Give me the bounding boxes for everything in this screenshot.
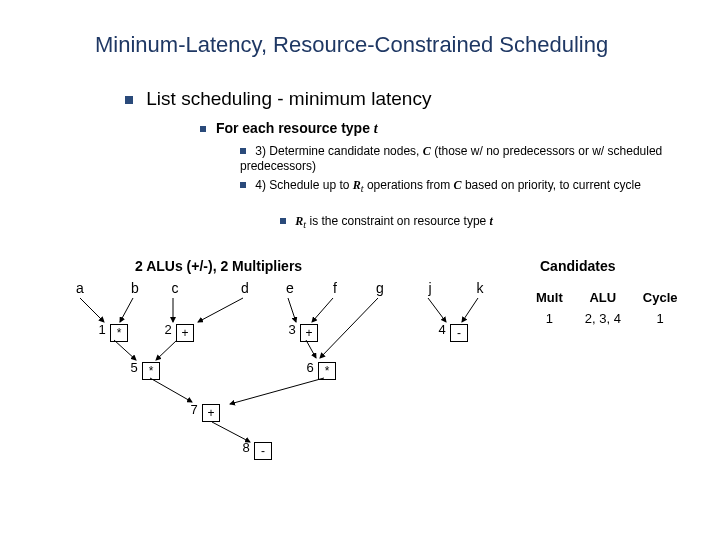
svg-line-6: [320, 298, 378, 358]
var-c: C: [423, 144, 431, 158]
svg-line-5: [312, 298, 333, 322]
graph-edges: [70, 280, 500, 520]
table-header-row: Mult ALU Cycle: [526, 288, 688, 307]
node-3-op: +: [300, 324, 318, 342]
table-row: 1 2, 3, 4 1: [526, 309, 688, 328]
node-7-op: +: [202, 404, 220, 422]
var-c2: C: [454, 178, 462, 192]
l2-text: For each resource type: [216, 120, 374, 136]
dependency-graph: a b c d e f g j k 1: [70, 280, 500, 520]
bullet-level2: For each resource type t: [200, 120, 378, 137]
var-r: R: [353, 178, 361, 192]
svg-line-7: [428, 298, 446, 322]
col-mult: Mult: [526, 288, 573, 307]
bullet-level3-b: 4) Schedule up to Rt operations from C b…: [240, 178, 670, 196]
l3b-rest: based on priority, to current cycle: [462, 178, 641, 192]
svg-line-14: [212, 422, 250, 442]
svg-line-3: [198, 298, 243, 322]
square-bullet-icon: [200, 126, 206, 132]
svg-line-4: [288, 298, 296, 322]
l4-mid: is the constraint on resource type: [306, 214, 489, 228]
bullet-level3-a: 3) Determine candidate nodes, C (those w…: [240, 144, 670, 174]
node-2-op: +: [176, 324, 194, 342]
svg-line-0: [80, 298, 104, 322]
col-alu: ALU: [575, 288, 631, 307]
col-cycle: Cycle: [633, 288, 688, 307]
slide-title: Mininum-Latency, Resource-Constrained Sc…: [95, 32, 608, 58]
candidates-label: Candidates: [540, 258, 615, 274]
h1-text: List scheduling - minimum latency: [146, 88, 431, 109]
l3b-pre: 4) Schedule up to: [255, 178, 352, 192]
node-5-op: *: [142, 362, 160, 380]
square-bullet-icon: [240, 148, 246, 154]
var-t: t: [374, 121, 378, 136]
bullet-level1: List scheduling - minimum latency: [125, 88, 431, 110]
node-1-op: *: [110, 324, 128, 342]
candidates-table: Mult ALU Cycle 1 2, 3, 4 1: [524, 286, 690, 330]
svg-line-9: [114, 340, 136, 360]
l3b-mid: operations from: [364, 178, 454, 192]
square-bullet-icon: [240, 182, 246, 188]
svg-line-12: [306, 340, 316, 358]
resources-label: 2 ALUs (+/-), 2 Multipliers: [135, 258, 302, 274]
var-t2: t: [490, 214, 493, 228]
square-bullet-icon: [125, 96, 133, 104]
square-bullet-icon: [280, 218, 286, 224]
bullet-level4: Rt is the constraint on resource type t: [280, 214, 670, 230]
svg-line-13: [230, 378, 324, 404]
cell-cycle: 1: [633, 309, 688, 328]
node-4-op: -: [450, 324, 468, 342]
svg-line-10: [156, 340, 177, 360]
svg-line-8: [462, 298, 478, 322]
l3a-pre: 3) Determine candidate nodes,: [255, 144, 422, 158]
cell-mult: 1: [526, 309, 573, 328]
node-8-op: -: [254, 442, 272, 460]
svg-line-1: [120, 298, 133, 322]
cell-alu: 2, 3, 4: [575, 309, 631, 328]
svg-line-11: [150, 378, 192, 402]
node-6-op: *: [318, 362, 336, 380]
